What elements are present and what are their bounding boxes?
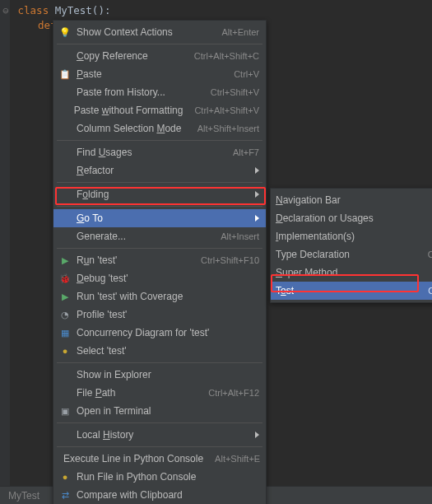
code-line: ⊖ class MyTest(): <box>15 3 432 18</box>
play-icon: ▶ <box>58 254 72 267</box>
menu-separator <box>57 140 262 141</box>
menu-separator <box>57 422 262 423</box>
find-usages-item[interactable]: Find Usages Alt+F7 <box>53 143 266 161</box>
blank-icon <box>58 164 72 177</box>
declaration-usages-item[interactable]: Declaration or Usages Ctrl+B <box>271 209 432 227</box>
blank-icon <box>58 230 72 243</box>
run-file-console-item[interactable]: ● Run File in Python Console <box>53 468 266 486</box>
terminal-icon: ▣ <box>58 404 72 418</box>
submenu-arrow-icon <box>255 167 259 174</box>
coverage-icon: ▶ <box>58 290 72 303</box>
menu-separator <box>57 362 262 363</box>
breadcrumb-label: MyTest <box>8 490 39 502</box>
blank-icon <box>58 122 72 135</box>
debug-item[interactable]: 🐞 Debug 'test' <box>53 269 266 287</box>
blank-icon <box>58 428 72 441</box>
menu-separator <box>57 44 262 44</box>
python-icon: ● <box>58 470 72 483</box>
blank-icon <box>58 212 72 225</box>
open-terminal-item[interactable]: ▣ Open in Terminal <box>53 402 266 420</box>
clock-icon: ◔ <box>58 308 72 321</box>
context-menu: 💡 Show Context Actions Alt+Enter Copy Re… <box>53 20 267 504</box>
menu-separator <box>57 182 262 183</box>
blank-icon <box>58 146 72 159</box>
python-icon: ● <box>58 344 72 357</box>
show-context-actions-item[interactable]: 💡 Show Context Actions Alt+Enter <box>53 23 266 41</box>
concurrency-icon: ▦ <box>58 326 72 339</box>
run-item[interactable]: ▶ Run 'test' Ctrl+Shift+F10 <box>53 251 266 269</box>
run-coverage-item[interactable]: ▶ Run 'test' with Coverage <box>53 287 266 306</box>
goto-submenu: Navigation Bar Alt+Home Declaration or U… <box>270 188 432 303</box>
profile-item[interactable]: ◔ Profile 'test' <box>53 306 266 324</box>
column-selection-item[interactable]: Column Selection Mode Alt+Shift+Insert <box>53 119 266 138</box>
blank-icon <box>58 86 72 99</box>
type-declaration-item[interactable]: Type Declaration Ctrl+Shift+B <box>271 245 432 264</box>
blank-icon <box>58 188 72 201</box>
menu-separator <box>57 206 262 207</box>
navigation-bar-item[interactable]: Navigation Bar Alt+Home <box>271 191 432 209</box>
submenu-arrow-icon <box>255 432 259 438</box>
compare-clipboard-item[interactable]: ⇄ Compare with Clipboard <box>53 486 266 504</box>
refactor-item[interactable]: Refactor <box>53 161 266 180</box>
paste-without-formatting-item[interactable]: Paste without Formatting Ctrl+Alt+Shift+… <box>53 101 266 119</box>
exec-line-item[interactable]: Execute Line in Python Console Alt+Shift… <box>53 450 266 468</box>
select-test-item[interactable]: ● Select 'test' <box>53 342 266 360</box>
goto-item[interactable]: Go To <box>53 209 266 227</box>
submenu-arrow-icon <box>255 215 259 222</box>
paste-history-item[interactable]: Paste from History... Ctrl+Shift+V <box>53 83 266 101</box>
local-history-item[interactable]: Local History <box>53 426 266 444</box>
bug-icon: 🐞 <box>58 272 72 285</box>
paste-icon: 📋 <box>58 68 72 81</box>
show-explorer-item[interactable]: Show in Explorer <box>53 366 266 384</box>
implementations-item[interactable]: Implementation(s) Ctrl+Alt+B <box>271 227 432 245</box>
super-method-item[interactable]: Super Method Ctrl+U <box>271 264 432 282</box>
blank-icon <box>58 386 72 399</box>
blank-icon <box>58 104 69 117</box>
fold-icon[interactable]: ⊖ <box>0 3 12 18</box>
test-item[interactable]: Test Ctrl+Shift+T <box>271 282 432 300</box>
folding-item[interactable]: Folding <box>53 185 266 203</box>
blank-icon <box>58 368 72 381</box>
diff-icon: ⇄ <box>58 488 72 502</box>
bulb-icon: 💡 <box>58 26 72 39</box>
menu-separator <box>57 446 262 447</box>
paste-item[interactable]: 📋 Paste Ctrl+V <box>53 65 266 83</box>
copy-reference-item[interactable]: Copy Reference Ctrl+Alt+Shift+C <box>53 47 266 65</box>
file-path-item[interactable]: File Path Ctrl+Alt+F12 <box>53 384 266 402</box>
generate-item[interactable]: Generate... Alt+Insert <box>53 227 266 245</box>
blank-icon <box>58 49 72 63</box>
menu-separator <box>57 248 262 249</box>
submenu-arrow-icon <box>255 191 259 198</box>
concurrency-item[interactable]: ▦ Concurrency Diagram for 'test' <box>53 324 266 342</box>
